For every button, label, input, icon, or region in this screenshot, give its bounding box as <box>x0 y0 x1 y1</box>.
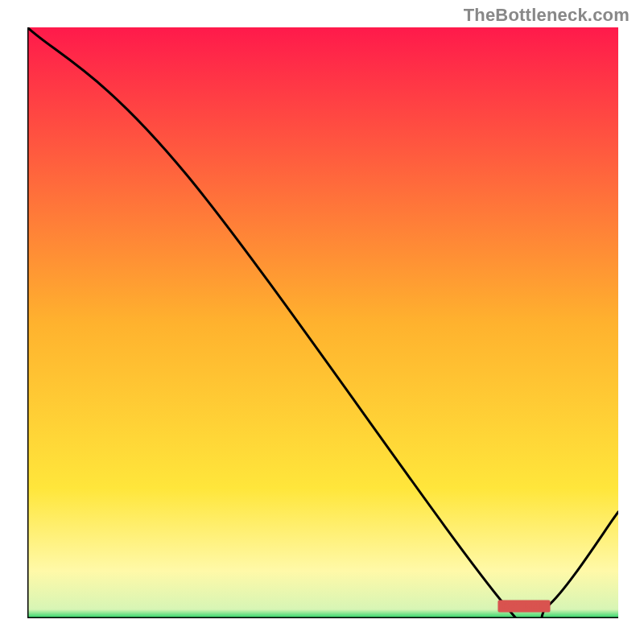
chart-svg <box>27 27 618 618</box>
plot-area: OPTIMAL <box>27 27 618 618</box>
chart-container: TheBottleneck.com OPTIMAL <box>0 0 644 644</box>
watermark-text: TheBottleneck.com <box>464 5 630 26</box>
optimal-marker: OPTIMAL <box>497 601 550 613</box>
gradient-background <box>27 27 618 618</box>
